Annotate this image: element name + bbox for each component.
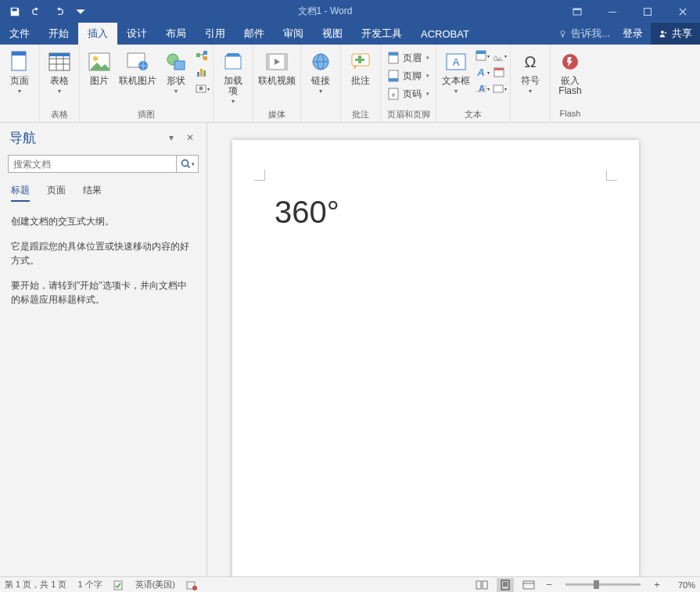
object-button[interactable]: ▾ xyxy=(491,81,507,96)
maximize-button[interactable] xyxy=(630,0,665,23)
nav-dropdown-button[interactable]: ▾ xyxy=(169,132,181,145)
svg-point-25 xyxy=(199,87,203,91)
page-number-button[interactable]: #页码▾ xyxy=(384,85,433,102)
table-button[interactable]: 表格 ▾ xyxy=(43,48,76,95)
embed-flash-button[interactable]: 嵌入 Flash xyxy=(554,48,587,96)
nav-close-button[interactable]: ✕ xyxy=(186,132,199,145)
header-button[interactable]: 页眉▾ xyxy=(384,49,433,66)
pages-button[interactable]: 页面 ▾ xyxy=(3,48,36,95)
zoom-in-button[interactable]: + xyxy=(652,579,662,590)
svg-text:#: # xyxy=(392,91,396,99)
group-illustrations: 图片 联机图片 形状 ▾ ▾ 插图 xyxy=(80,45,214,122)
macro-record-icon[interactable] xyxy=(186,579,197,590)
margin-corner-icon xyxy=(606,170,617,181)
footer-button[interactable]: 页脚▾ xyxy=(384,67,433,84)
comment-icon xyxy=(348,49,373,74)
svg-rect-23 xyxy=(203,70,206,77)
zoom-level[interactable]: 70% xyxy=(669,580,695,590)
ribbon: 页面 ▾ 表格 ▾ 表格 图片 联机图片 xyxy=(0,45,700,123)
status-page[interactable]: 第 1 页，共 1 页 xyxy=(5,579,66,590)
svg-rect-2 xyxy=(608,12,616,13)
document-content[interactable]: 360° xyxy=(275,195,339,230)
pictures-button[interactable]: 图片 xyxy=(83,48,116,86)
addins-button[interactable]: 加载 项 ▾ xyxy=(217,48,249,105)
share-button[interactable]: 共享 xyxy=(651,23,700,45)
chevron-down-icon: ▾ xyxy=(18,88,21,95)
chevron-down-icon: ▾ xyxy=(58,88,61,95)
dropcap-button[interactable]: A▾ xyxy=(474,81,490,96)
chart-button[interactable] xyxy=(194,64,210,80)
tell-me-button[interactable]: 告诉我... xyxy=(553,23,615,45)
tab-developer[interactable]: 开发工具 xyxy=(352,23,411,45)
chevron-down-icon: ▾ xyxy=(232,98,235,105)
zoom-out-button[interactable]: − xyxy=(544,579,555,590)
tab-file[interactable]: 文件 xyxy=(0,23,39,45)
screenshot-button[interactable]: ▾ xyxy=(194,81,210,96)
svg-rect-11 xyxy=(49,53,70,56)
signature-button[interactable]: ▾ xyxy=(491,48,507,63)
svg-text:A: A xyxy=(476,66,484,78)
svg-point-13 xyxy=(93,56,98,61)
nav-tab-headings[interactable]: 标题 xyxy=(11,184,30,202)
tab-view[interactable]: 视图 xyxy=(313,23,352,45)
pagenum-icon: # xyxy=(387,88,400,100)
tab-home[interactable]: 开始 xyxy=(39,23,78,45)
smartart-button[interactable] xyxy=(194,48,210,63)
svg-point-4 xyxy=(561,30,565,34)
group-media: 联机视频 媒体 xyxy=(253,45,301,122)
status-wordcount[interactable]: 1 个字 xyxy=(77,579,102,590)
wordart-button[interactable]: A▾ xyxy=(474,64,490,80)
document-area[interactable]: 360° xyxy=(207,123,700,576)
svg-point-7 xyxy=(665,31,666,33)
online-pictures-button[interactable]: 联机图片 xyxy=(117,48,158,86)
nav-tab-pages[interactable]: 页面 xyxy=(47,184,66,202)
group-symbols: Ω 符号 ▾ xyxy=(511,45,551,122)
document-page[interactable]: 360° xyxy=(232,140,639,576)
status-language[interactable]: 英语(美国) xyxy=(135,579,175,590)
nav-tab-results[interactable]: 结果 xyxy=(83,184,102,202)
save-button[interactable] xyxy=(5,2,25,21)
svg-rect-17 xyxy=(174,61,185,70)
links-button[interactable]: 链接 ▾ xyxy=(304,48,337,95)
svg-rect-53 xyxy=(114,581,122,590)
tab-acrobat[interactable]: ACROBAT xyxy=(411,23,479,45)
shapes-button[interactable]: 形状 ▾ xyxy=(160,48,192,95)
textbox-button[interactable]: A 文本框 ▾ xyxy=(440,48,472,95)
picture-icon xyxy=(87,49,112,74)
web-layout-button[interactable] xyxy=(520,578,537,592)
ribbon-display-options[interactable] xyxy=(559,0,594,23)
tab-review[interactable]: 审阅 xyxy=(274,23,313,45)
redo-button[interactable] xyxy=(48,2,69,21)
sign-in-button[interactable]: 登录 xyxy=(615,23,651,45)
tab-mailings[interactable]: 邮件 xyxy=(235,23,274,45)
svg-rect-34 xyxy=(355,59,364,61)
read-mode-button[interactable] xyxy=(473,578,490,592)
symbol-button[interactable]: Ω 符号 ▾ xyxy=(514,48,547,95)
tab-insert[interactable]: 插入 xyxy=(78,23,117,45)
textbox-icon: A xyxy=(443,49,468,74)
quick-access-toolbar xyxy=(0,2,91,21)
minimize-button[interactable] xyxy=(594,0,630,23)
undo-button[interactable] xyxy=(27,2,47,21)
zoom-slider[interactable] xyxy=(565,583,641,586)
share-label: 共享 xyxy=(672,27,692,41)
nav-search-input[interactable] xyxy=(9,156,176,172)
tell-me-label: 告诉我... xyxy=(571,27,610,41)
ribbon-tabs: 文件 开始 插入 设计 布局 引用 邮件 审阅 视图 开发工具 ACROBAT … xyxy=(0,23,700,45)
qat-customize-button[interactable] xyxy=(70,2,91,21)
nav-search-button[interactable]: ▾ xyxy=(176,156,198,172)
svg-rect-9 xyxy=(12,52,26,56)
window-title: 文档1 - Word xyxy=(91,5,559,18)
comment-button[interactable]: 批注 xyxy=(344,48,377,86)
spellcheck-icon[interactable] xyxy=(113,579,124,590)
tab-design[interactable]: 设计 xyxy=(117,23,156,45)
datetime-button[interactable] xyxy=(491,64,507,80)
online-video-button[interactable]: 联机视频 xyxy=(257,48,297,86)
svg-rect-58 xyxy=(501,580,509,590)
tab-references[interactable]: 引用 xyxy=(196,23,235,45)
chevron-down-icon: ▾ xyxy=(529,88,532,95)
print-layout-button[interactable] xyxy=(497,578,514,592)
quickparts-button[interactable]: ▾ xyxy=(474,48,490,63)
tab-layout[interactable]: 布局 xyxy=(156,23,196,45)
close-button[interactable] xyxy=(665,0,700,23)
